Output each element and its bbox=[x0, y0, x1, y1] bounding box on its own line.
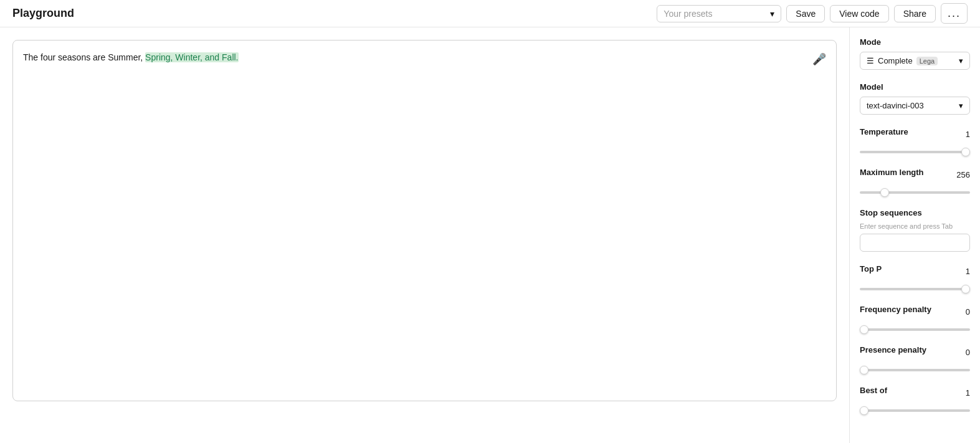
mode-badge: Lega bbox=[916, 57, 938, 65]
model-value: text-davinci-003 bbox=[867, 101, 924, 110]
top-p-row: Top P 1 bbox=[860, 264, 970, 279]
save-button[interactable]: Save bbox=[786, 5, 825, 22]
temperature-slider-container bbox=[860, 145, 970, 155]
temperature-row: Temperature 1 bbox=[860, 127, 970, 141]
presence-penalty-label: Presence penalty bbox=[860, 345, 926, 355]
stop-sequences-input[interactable] bbox=[860, 234, 970, 252]
sidebar: Mode ☰ Complete Lega ▾ Model text-davinc… bbox=[849, 27, 980, 443]
top-p-slider[interactable] bbox=[860, 288, 970, 290]
stop-sequences-label: Stop sequences bbox=[860, 208, 970, 217]
stop-sequences-section: Stop sequences Enter sequence and press … bbox=[860, 208, 970, 252]
frequency-penalty-label: Frequency penalty bbox=[860, 305, 931, 314]
page-title: Playground bbox=[12, 7, 74, 20]
editor-highlighted-text: Spring, Winter, and Fall. bbox=[145, 52, 238, 62]
mode-value: Complete bbox=[878, 56, 913, 65]
best-of-slider-container bbox=[860, 404, 970, 414]
presets-placeholder: Your presets bbox=[664, 9, 712, 19]
view-code-button[interactable]: View code bbox=[830, 5, 888, 22]
mode-dropdown-inner: ☰ Complete Lega bbox=[867, 56, 938, 65]
frequency-penalty-section: Frequency penalty 0 bbox=[860, 305, 970, 333]
best-of-value: 1 bbox=[966, 388, 970, 398]
share-button[interactable]: Share bbox=[894, 5, 936, 22]
stop-sequences-hint: Enter sequence and press Tab bbox=[860, 222, 970, 230]
max-length-slider-container bbox=[860, 186, 970, 196]
temperature-value: 1 bbox=[966, 130, 970, 139]
temperature-slider[interactable] bbox=[860, 151, 970, 153]
presence-penalty-slider-container bbox=[860, 363, 970, 373]
editor-static-text: The four seasons are Summer, bbox=[23, 52, 145, 62]
microphone-icon[interactable]: 🎤 bbox=[812, 50, 826, 69]
chevron-down-icon: ▾ bbox=[770, 9, 774, 19]
list-icon: ☰ bbox=[867, 56, 874, 65]
presence-penalty-slider[interactable] bbox=[860, 369, 970, 371]
temperature-section: Temperature 1 bbox=[860, 127, 970, 155]
top-p-slider-container bbox=[860, 282, 970, 292]
frequency-penalty-slider[interactable] bbox=[860, 328, 970, 331]
presence-penalty-row: Presence penalty 0 bbox=[860, 345, 970, 360]
max-length-row: Maximum length 256 bbox=[860, 168, 970, 182]
model-dropdown[interactable]: text-davinci-003 ▾ bbox=[860, 97, 970, 115]
frequency-penalty-value: 0 bbox=[966, 307, 970, 317]
mode-dropdown[interactable]: ☰ Complete Lega ▾ bbox=[860, 52, 970, 70]
main-layout: The four seasons are Summer, Spring, Win… bbox=[0, 27, 980, 443]
frequency-penalty-row: Frequency penalty 0 bbox=[860, 305, 970, 319]
frequency-penalty-slider-container bbox=[860, 323, 970, 333]
top-p-section: Top P 1 bbox=[860, 264, 970, 292]
temperature-label: Temperature bbox=[860, 127, 908, 136]
chevron-down-icon: ▾ bbox=[959, 56, 963, 65]
content-area: The four seasons are Summer, Spring, Win… bbox=[0, 27, 849, 443]
best-of-slider[interactable] bbox=[860, 409, 970, 412]
mode-section: Mode ☰ Complete Lega ▾ bbox=[860, 37, 970, 70]
max-length-value: 256 bbox=[956, 170, 970, 179]
best-of-label: Best of bbox=[860, 386, 887, 395]
best-of-row: Best of 1 bbox=[860, 386, 970, 400]
mode-label: Mode bbox=[860, 37, 970, 47]
model-section: Model text-davinci-003 ▾ bbox=[860, 82, 970, 115]
max-length-slider[interactable] bbox=[860, 191, 970, 194]
top-p-label: Top P bbox=[860, 264, 882, 274]
model-label: Model bbox=[860, 82, 970, 92]
top-p-value: 1 bbox=[966, 267, 970, 276]
max-length-label: Maximum length bbox=[860, 168, 924, 177]
presets-dropdown[interactable]: Your presets ▾ bbox=[657, 5, 781, 22]
presence-penalty-value: 0 bbox=[966, 348, 970, 357]
chevron-down-icon: ▾ bbox=[959, 101, 963, 110]
more-options-button[interactable]: ... bbox=[941, 3, 968, 24]
text-editor[interactable]: The four seasons are Summer, Spring, Win… bbox=[12, 40, 837, 401]
header: Playground Your presets ▾ Save View code… bbox=[0, 0, 980, 27]
presence-penalty-section: Presence penalty 0 bbox=[860, 345, 970, 373]
header-controls: Your presets ▾ Save View code Share ... bbox=[657, 3, 968, 24]
best-of-section: Best of 1 bbox=[860, 386, 970, 414]
max-length-section: Maximum length 256 bbox=[860, 168, 970, 196]
